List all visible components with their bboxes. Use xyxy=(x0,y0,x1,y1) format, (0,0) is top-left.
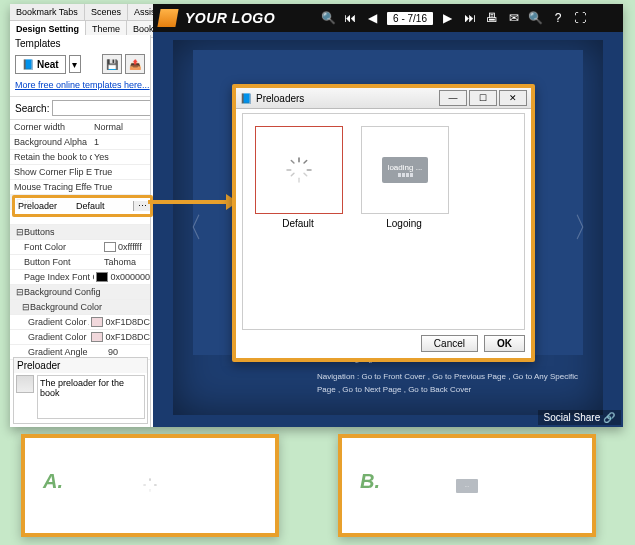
search-input[interactable] xyxy=(52,100,151,116)
description-icon xyxy=(16,375,34,393)
svg-rect-6 xyxy=(303,159,308,164)
minimize-button[interactable]: — xyxy=(439,90,467,106)
prop-button-font[interactable]: Button Font xyxy=(10,257,102,267)
color-swatch-white xyxy=(104,242,116,252)
preloader-option-default-label: Default xyxy=(255,218,341,229)
page-indicator[interactable]: 6 - 7/16 xyxy=(387,12,433,25)
print-icon[interactable]: 🖶 xyxy=(485,11,499,25)
connector-arrow xyxy=(148,200,228,204)
preloader-option-default[interactable]: Default xyxy=(255,126,341,229)
prop-grad-angle[interactable]: Gradient Angle xyxy=(10,347,106,357)
tab-scenes[interactable]: Scenes xyxy=(85,4,128,20)
prop-grad-a[interactable]: Gradient Color A xyxy=(10,317,89,327)
prop-grad-b[interactable]: Gradient Color B xyxy=(10,332,89,342)
prop-corner-width[interactable]: Corner width xyxy=(10,122,92,132)
preloader-option-logoing[interactable]: loading ... Logoing xyxy=(361,126,447,229)
book-next-arrow[interactable]: 〉 xyxy=(573,209,601,247)
spinner-icon xyxy=(255,126,343,214)
preloader-value[interactable]: Default xyxy=(76,201,133,211)
zoom-icon[interactable]: 🔍 xyxy=(321,11,335,25)
help-icon[interactable]: ? xyxy=(551,11,565,25)
description-text: The preloader for the book xyxy=(37,375,145,419)
email-icon[interactable]: ✉ xyxy=(507,11,521,25)
export-icon[interactable]: 📤 xyxy=(125,54,145,74)
preloader-property-row[interactable]: Preloader Default ⋯ xyxy=(12,195,153,217)
description-title: Preloader xyxy=(14,358,147,373)
color-swatch-b xyxy=(91,332,103,342)
svg-rect-9 xyxy=(150,489,151,492)
svg-rect-11 xyxy=(154,484,157,485)
svg-rect-3 xyxy=(307,169,312,171)
search-label: Search: xyxy=(15,103,49,114)
group-buttons[interactable]: ⊟Buttons xyxy=(12,227,150,237)
prop-retain[interactable]: Retain the book to center xyxy=(10,152,92,162)
svg-rect-4 xyxy=(290,159,295,164)
sample-b-label: B. xyxy=(360,470,380,493)
loading-box-icon: loading ... xyxy=(361,126,449,214)
prev-page-icon[interactable]: ◀ xyxy=(365,11,379,25)
logo-icon xyxy=(157,9,178,27)
prop-mouse[interactable]: Mouse Tracing Effect xyxy=(10,182,92,192)
sample-preview-a: A. xyxy=(21,434,279,537)
fullscreen-icon[interactable]: ⛶ xyxy=(573,11,587,25)
description-panel: Preloader The preloader for the book xyxy=(13,357,148,424)
preloader-label: Preloader xyxy=(15,201,76,211)
group-bgcolor[interactable]: ⊟Background Color xyxy=(12,302,150,312)
color-swatch-a xyxy=(91,317,103,327)
sidebar: Templates 📘 Neat ▾ 💾 📤 More free online … xyxy=(10,35,151,427)
svg-rect-8 xyxy=(150,478,151,481)
svg-rect-7 xyxy=(290,172,295,177)
svg-rect-10 xyxy=(143,484,146,485)
more-templates-link[interactable]: More free online templates here... xyxy=(10,76,150,96)
template-dropdown[interactable]: ▾ xyxy=(69,55,81,73)
prop-font-color[interactable]: Font Color xyxy=(10,242,102,252)
dialog-title: Preloaders xyxy=(252,93,437,104)
social-share-button[interactable]: Social Share 🔗 xyxy=(538,410,621,425)
cancel-button[interactable]: Cancel xyxy=(421,335,478,352)
templates-label: Templates xyxy=(10,35,150,52)
property-grid: Corner widthNormal Background Alpha1 Ret… xyxy=(10,120,150,360)
zoom-out-icon[interactable]: 🔍 xyxy=(529,11,543,25)
preloader-option-logoing-label: Logoing xyxy=(361,218,447,229)
maximize-button[interactable]: ☐ xyxy=(469,90,497,106)
book-prev-arrow[interactable]: 〈 xyxy=(175,209,203,247)
sample-a-spinner-icon xyxy=(142,477,158,495)
next-page-icon[interactable]: ▶ xyxy=(441,11,455,25)
preloaders-dialog: 📘 Preloaders — ☐ ✕ Default loading ... L… xyxy=(232,84,535,362)
sample-preview-b: B. ··· xyxy=(338,434,596,537)
svg-rect-5 xyxy=(303,172,308,177)
book-icon: 📘 xyxy=(22,59,34,70)
preview-toolbar: YOUR LOGO 🔍 ⏮ ◀ 6 - 7/16 ▶ ⏭ 🖶 ✉ 🔍 ? ⛶ xyxy=(153,4,623,32)
ok-button[interactable]: OK xyxy=(484,335,525,352)
logo-text: YOUR LOGO xyxy=(185,10,275,26)
prop-bg-alpha[interactable]: Background Alpha xyxy=(10,137,92,147)
neat-template-button[interactable]: 📘 Neat xyxy=(15,55,66,74)
svg-rect-0 xyxy=(298,157,300,162)
neat-label: Neat xyxy=(37,59,59,70)
save-icon[interactable]: 💾 xyxy=(102,54,122,74)
color-swatch-black xyxy=(96,272,108,282)
prop-corner-flip[interactable]: Show Corner Flip Effect xyxy=(10,167,92,177)
svg-rect-2 xyxy=(286,169,291,171)
dialog-app-icon: 📘 xyxy=(240,93,252,104)
last-page-icon[interactable]: ⏭ xyxy=(463,11,477,25)
group-bgconfig[interactable]: ⊟Background Config xyxy=(12,287,150,297)
close-button[interactable]: ✕ xyxy=(499,90,527,106)
tab-bookmark-tabs[interactable]: Bookmark Tabs xyxy=(10,4,85,20)
sample-a-label: A. xyxy=(43,470,63,493)
prop-page-index-color[interactable]: Page Index Font Color xyxy=(10,272,94,282)
sample-b-loading-icon: ··· xyxy=(456,479,478,493)
first-page-icon[interactable]: ⏮ xyxy=(343,11,357,25)
svg-rect-1 xyxy=(298,178,300,183)
